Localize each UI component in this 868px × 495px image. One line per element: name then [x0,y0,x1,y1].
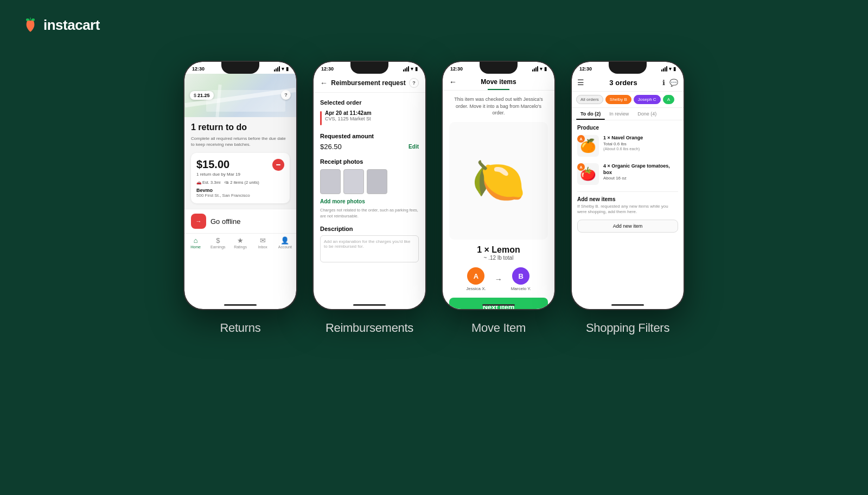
lemon-emoji: 🍋 [471,155,526,206]
move-back-button[interactable]: ← [449,78,457,86]
returns-map: $ 21.25 ? [184,74,296,117]
from-person: A Jessica X. [466,267,486,291]
store-name: Bevmo [196,188,284,193]
filters-body: ☰ 3 orders ℹ 💬 All orders Shelby B Josep… [572,74,684,309]
home-indicator-3 [482,304,515,306]
order-badge: Apr 20 at 11:42am CVS, 1125 Market St [320,110,419,125]
distance-meta: 🚗 Est. 3.3mi [196,180,220,185]
add-new-items-section: Add new items If Shelby B. requested any… [577,191,678,233]
wifi-icon-3: ▾ [540,66,542,72]
wifi-icon: ▾ [282,66,284,72]
product-image-1: A 🍊 [577,135,599,157]
filter-shelby[interactable]: Shelby B [605,95,631,104]
tab-todo[interactable]: To do (2) [576,108,605,120]
order-due: 1 return due by Mar 19 [196,172,284,177]
filters-time: 12:30 [579,66,592,72]
info-icon[interactable]: ℹ [662,79,665,87]
to-person: B Marcelo Y. [511,267,531,291]
home-indicator-4 [611,304,644,306]
balance-value: 21.25 [197,93,210,98]
reimb-content: Selected order Apr 20 at 11:42am CVS, 11… [314,93,425,309]
add-new-desc: If Shelby B. requested any new items whi… [577,204,678,215]
requested-amount-label: Requested amount [320,133,419,139]
nav-home[interactable]: ⌂ Home [184,236,207,249]
signal-icon-4 [661,66,667,72]
chat-icon[interactable]: 💬 [669,79,678,87]
product-row-2: A 🍅 4 × Organic Grape tomatoes, box Abou… [577,163,678,185]
ratings-icon: ★ [237,236,244,245]
reimb-help-button[interactable]: ? [409,78,419,88]
car-icon: 🚗 [196,180,201,185]
instacart-logo: instacart [22,16,100,34]
nav-inbox[interactable]: ✉ Inbox [252,236,274,249]
orders-title: 3 orders [609,79,637,87]
edit-button[interactable]: Edit [409,144,419,150]
badge-info: Apr 20 at 11:42am CVS, 1125 Market St [325,110,372,121]
tab-done[interactable]: Done (4) [633,108,661,120]
from-avatar: A [467,267,484,285]
description-textarea[interactable]: Add an explanation for the charges you'd… [320,235,419,262]
badge-line [320,111,322,125]
offline-bar: → Go offline [184,209,296,233]
battery-icon-2: ▮ [415,66,418,72]
signal-icon [274,66,280,72]
receipt-photos-label: Receipt photos [320,158,419,165]
shopping-filters-phone-wrapper: 12:30 ▾ ▮ ☰ [571,61,685,335]
lemon-image: 🍋 [449,122,548,240]
nav-ratings[interactable]: ★ Ratings [229,236,251,249]
filter-c[interactable]: A [663,95,674,104]
product-image-2: A 🍅 [577,163,599,185]
reimbursements-phone: 12:30 ▾ ▮ ← [312,61,426,310]
receipt-thumb-2[interactable] [343,169,364,194]
order-date: Apr 20 at 11:42am [325,110,372,116]
order-price: $15.00 [196,158,284,171]
inbox-icon: ✉ [260,236,266,245]
offline-button[interactable]: → [191,214,206,229]
return-title: 1 return to do [191,123,290,132]
move-content: This item was checked out with Jessica's… [443,91,554,309]
product-sub-1: (About 0.6 lbs each) [603,146,678,151]
menu-icon[interactable]: ☰ [577,78,584,87]
stop-icon[interactable] [272,159,284,171]
shopping-filters-screen: 12:30 ▾ ▮ ☰ [572,62,684,309]
battery-icon: ▮ [286,66,289,72]
description-label: Description [320,226,419,232]
phone-notch-1 [221,62,259,74]
tab-in-review[interactable]: In review [605,108,633,120]
returns-phone: 12:30 ▾ ▮ $ [183,61,297,310]
add-new-button[interactable]: Add new item [577,220,678,233]
reimb-header: ← Reimbursement request ? [314,74,425,93]
order-meta: 🚗 Est. 3.3mi 🛍 2 items (2 units) [196,180,284,185]
receipt-thumb-1[interactable] [320,169,341,194]
return-desc: Complete all required returns before the… [191,136,290,147]
product-row-1: A 🍊 1 × Navel Orange Total 0.6 lbs (Abou… [577,135,678,157]
move-item-phone: 12:30 ▾ ▮ ← Mov [442,61,556,310]
bottom-nav: ⌂ Home $ Earnings ★ Ratings ✉ Inbox [184,233,296,250]
receipt-thumb-3[interactable] [367,169,387,194]
order-card: $15.00 1 return due by Mar 19 🚗 Est. 3.3… [191,153,290,203]
brand-name: instacart [43,17,100,34]
returns-body: 1 return to do Complete all required ret… [184,117,296,209]
offline-label: Go offline [210,217,240,226]
add-photos-button[interactable]: Add more photos [320,198,419,204]
phone-notch-2 [350,62,388,74]
filter-joseph[interactable]: Joseph C [634,95,661,104]
reimb-title: Reimbursement request [331,79,405,87]
nav-account[interactable]: 👤 Account [274,236,296,249]
reimbursements-screen: 12:30 ▾ ▮ ← [314,62,425,309]
reimb-back-button[interactable]: ← [320,79,328,87]
section-tabs: To do (2) In review Done (4) [572,108,684,120]
nav-earnings[interactable]: $ Earnings [207,236,229,249]
phone-notch-3 [480,62,518,74]
wifi-icon-2: ▾ [411,66,413,72]
order-store: CVS, 1125 Market St [325,116,372,121]
home-indicator-2 [353,304,386,306]
from-name: Jessica X. [466,286,486,291]
returns-status-icons: ▾ ▮ [274,66,289,72]
move-item-label: Move Item [471,321,526,335]
home-indicator-1 [224,304,257,306]
filter-all-orders[interactable]: All orders [576,95,603,104]
next-item-button[interactable]: Next item [449,298,548,309]
category-label: Produce [577,125,678,131]
signal-icon-2 [403,66,409,72]
